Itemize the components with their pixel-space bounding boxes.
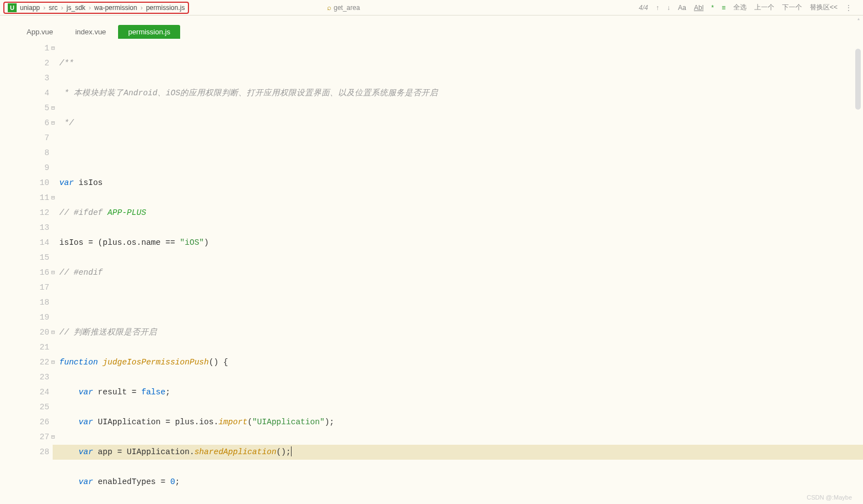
regex-toggle[interactable]: * [711,4,714,12]
tab-app-vue[interactable]: App.vue [17,25,63,39]
next-button[interactable]: 下一个 [782,3,802,12]
breadcrumb-part[interactable]: js_sdk [67,4,85,12]
fold-icon[interactable]: ⊟ [51,101,55,116]
top-bar: U uniapp › src › js_sdk › wa-permission … [0,0,863,16]
vertical-scrollbar[interactable]: ▴ [855,16,862,497]
text-cursor [291,446,292,456]
fold-icon[interactable]: ⊟ [51,41,55,56]
scrollbar-thumb[interactable] [855,49,861,110]
fold-icon[interactable]: ⊟ [51,355,55,370]
breadcrumb-part[interactable]: permission.js [146,4,185,12]
whole-word-toggle[interactable]: Abl [694,4,703,12]
watermark: CSDN @:Maybe [807,494,852,501]
prev-button[interactable]: 上一个 [754,3,774,12]
breadcrumb-sep: › [89,4,91,12]
up-arrow-icon[interactable]: ↑ [656,4,659,12]
match-count: 4/4 [639,4,648,12]
match-case-toggle[interactable]: Aa [678,4,686,12]
breadcrumb-part[interactable]: uniapp [20,4,40,12]
editor[interactable]: 1⊟ 2 3 4 5⊟ 6⊟ 7 8 9 10 11⊟ 12 13 14 15 … [0,39,863,504]
down-arrow-icon[interactable]: ↓ [667,4,670,12]
fold-icon[interactable]: ⊟ [51,430,55,445]
tab-index-vue[interactable]: index.vue [65,25,116,39]
select-all-button[interactable]: 全选 [733,3,747,12]
breadcrumb-sep: › [43,4,45,12]
fold-icon[interactable]: ⊟ [51,116,55,131]
breadcrumb-sep: › [61,4,63,12]
breadcrumb-sep: › [140,4,142,12]
replace-button[interactable]: 替换区<< [810,3,838,12]
search-icon: ⌕ [327,3,331,12]
search-top[interactable]: ⌕ get_area [327,3,360,12]
breadcrumb-part[interactable]: wa-permission [94,4,137,12]
fold-icon[interactable]: ⊟ [51,325,55,340]
tab-permission-js[interactable]: permission.js [118,25,180,39]
breadcrumb-part[interactable]: src [49,4,58,12]
fold-icon[interactable]: ⊟ [51,265,55,280]
find-toolbar: 4/4 ↑ ↓ Aa Abl * ≡ 全选 上一个 下一个 替换区<< ⋮ [639,3,852,12]
search-input[interactable]: get_area [334,4,360,12]
more-icon[interactable]: ⋮ [845,4,852,12]
breadcrumb[interactable]: U uniapp › src › js_sdk › wa-permission … [3,2,189,14]
gutter: 1⊟ 2 3 4 5⊟ 6⊟ 7 8 9 10 11⊟ 12 13 14 15 … [0,39,53,504]
menu-icon[interactable]: ≡ [722,4,726,12]
fold-icon[interactable]: ⊟ [51,191,55,205]
uniapp-icon: U [8,3,17,12]
tabs: App.vue index.vue permission.js [0,22,863,39]
code-area[interactable]: /** * 本模块封装了Android、iOS的应用权限判断、打开应用权限设置界… [53,39,863,504]
scroll-up-icon[interactable]: ▴ [855,16,862,23]
